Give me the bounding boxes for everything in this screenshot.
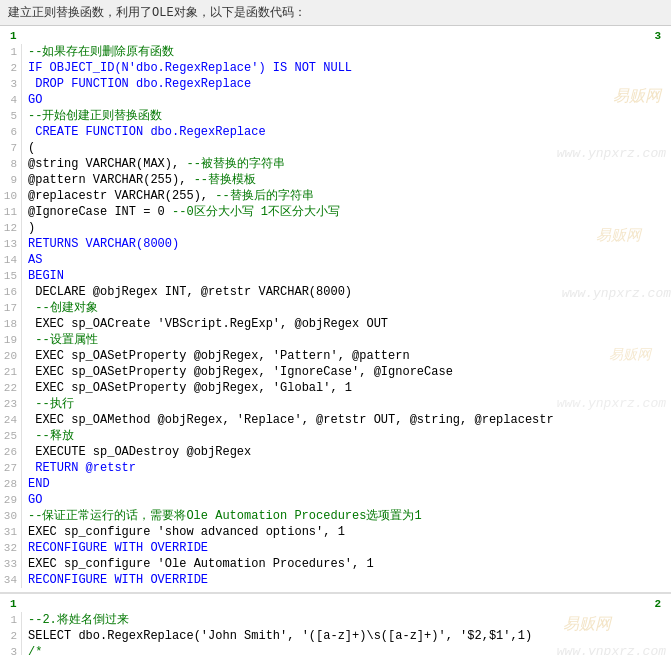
code-line: 20 EXEC sp_OASetProperty @objRegex, 'Pat… xyxy=(0,348,671,364)
line-content: END xyxy=(26,476,671,492)
line-number: 33 xyxy=(0,556,22,572)
line-content: EXEC sp_configure 'show advanced options… xyxy=(26,524,671,540)
line-content: --2.将姓名倒过来 xyxy=(26,612,671,628)
line-content: EXEC sp_OASetProperty @objRegex, 'Ignore… xyxy=(26,364,671,380)
line-content: --开始创建正则替换函数 xyxy=(26,108,671,124)
line-number: 7 xyxy=(0,140,22,156)
code-line: 17 --创建对象 xyxy=(0,300,671,316)
line-content: --如果存在则删除原有函数 xyxy=(26,44,671,60)
code-line: 27 RETURN @retstr xyxy=(0,460,671,476)
block2-number-right: 2 xyxy=(650,596,665,612)
code-line: 28END xyxy=(0,476,671,492)
code-line: 13RETURNS VARCHAR(8000) xyxy=(0,236,671,252)
line-content: /* xyxy=(26,644,671,655)
line-number: 25 xyxy=(0,428,22,444)
line-number: 1 xyxy=(0,44,22,60)
line-content: RETURN @retstr xyxy=(26,460,671,476)
line-content: SELECT dbo.RegexReplace('John Smith', '(… xyxy=(26,628,671,644)
code-line: 18 EXEC sp_OACreate 'VBScript.RegExp', @… xyxy=(0,316,671,332)
top-bar-text: 建立正则替换函数，利用了OLE对象，以下是函数代码： xyxy=(8,6,306,20)
code-line: 14AS xyxy=(0,252,671,268)
code-line: 15BEGIN xyxy=(0,268,671,284)
code-block-2: 1 2 1--2.将姓名倒过来2SELECT dbo.RegexReplace(… xyxy=(0,594,671,655)
code-container: 1 3 1--如果存在则删除原有函数2IF OBJECT_ID(N'dbo.Re… xyxy=(0,26,671,655)
line-number: 4 xyxy=(0,92,22,108)
line-number: 18 xyxy=(0,316,22,332)
line-content: RETURNS VARCHAR(8000) xyxy=(26,236,671,252)
code-line: 31EXEC sp_configure 'show advanced optio… xyxy=(0,524,671,540)
code-line: 32RECONFIGURE WITH OVERRIDE xyxy=(0,540,671,556)
line-number: 3 xyxy=(0,76,22,92)
block1-number-right: 3 xyxy=(650,28,665,44)
line-number: 29 xyxy=(0,492,22,508)
block1-lines: 1--如果存在则删除原有函数2IF OBJECT_ID(N'dbo.RegexR… xyxy=(0,44,671,588)
code-line: 7( xyxy=(0,140,671,156)
line-content: RECONFIGURE WITH OVERRIDE xyxy=(26,572,671,588)
line-number: 16 xyxy=(0,284,22,300)
code-line: 25 --释放 xyxy=(0,428,671,444)
line-number: 2 xyxy=(0,60,22,76)
line-number: 12 xyxy=(0,220,22,236)
line-content: EXEC sp_OASetProperty @objRegex, 'Patter… xyxy=(26,348,671,364)
code-line: 23 --执行 xyxy=(0,396,671,412)
line-content: @pattern VARCHAR(255), --替换模板 xyxy=(26,172,671,188)
code-line: 2IF OBJECT_ID(N'dbo.RegexReplace') IS NO… xyxy=(0,60,671,76)
code-line: 4GO xyxy=(0,92,671,108)
code-line: 1--2.将姓名倒过来 xyxy=(0,612,671,628)
code-line: 12) xyxy=(0,220,671,236)
line-content: @string VARCHAR(MAX), --被替换的字符串 xyxy=(26,156,671,172)
line-content: --创建对象 xyxy=(26,300,671,316)
code-line: 6 CREATE FUNCTION dbo.RegexReplace xyxy=(0,124,671,140)
code-line: 10@replacestr VARCHAR(255), --替换后的字符串 xyxy=(0,188,671,204)
code-line: 24 EXEC sp_OAMethod @objRegex, 'Replace'… xyxy=(0,412,671,428)
line-content: RECONFIGURE WITH OVERRIDE xyxy=(26,540,671,556)
line-content: BEGIN xyxy=(26,268,671,284)
line-content: @IgnoreCase INT = 0 --0区分大小写 1不区分大小写 xyxy=(26,204,671,220)
code-line: 3 DROP FUNCTION dbo.RegexReplace xyxy=(0,76,671,92)
line-number: 17 xyxy=(0,300,22,316)
block2-number-left: 1 xyxy=(6,596,21,612)
code-line: 19 --设置属性 xyxy=(0,332,671,348)
line-number: 11 xyxy=(0,204,22,220)
line-number: 26 xyxy=(0,444,22,460)
line-content: DROP FUNCTION dbo.RegexReplace xyxy=(26,76,671,92)
line-content: EXEC sp_configure 'Ole Automation Proced… xyxy=(26,556,671,572)
line-content: --保证正常运行的话，需要将Ole Automation Procedures选… xyxy=(26,508,671,524)
line-number: 30 xyxy=(0,508,22,524)
line-content: CREATE FUNCTION dbo.RegexReplace xyxy=(26,124,671,140)
line-number: 27 xyxy=(0,460,22,476)
code-line: 11@IgnoreCase INT = 0 --0区分大小写 1不区分大小写 xyxy=(0,204,671,220)
line-number: 22 xyxy=(0,380,22,396)
code-line: 30--保证正常运行的话，需要将Ole Automation Procedure… xyxy=(0,508,671,524)
line-number: 14 xyxy=(0,252,22,268)
line-number: 9 xyxy=(0,172,22,188)
line-number: 3 xyxy=(0,644,22,655)
code-line: 26 EXECUTE sp_OADestroy @objRegex xyxy=(0,444,671,460)
line-content: DECLARE @objRegex INT, @retstr VARCHAR(8… xyxy=(26,284,671,300)
code-line: 34RECONFIGURE WITH OVERRIDE xyxy=(0,572,671,588)
block1-number-left: 1 xyxy=(6,28,21,44)
line-content: GO xyxy=(26,92,671,108)
code-line: 8@string VARCHAR(MAX), --被替换的字符串 xyxy=(0,156,671,172)
code-line: 22 EXEC sp_OASetProperty @objRegex, 'Glo… xyxy=(0,380,671,396)
line-content: @replacestr VARCHAR(255), --替换后的字符串 xyxy=(26,188,671,204)
line-number: 13 xyxy=(0,236,22,252)
line-number: 2 xyxy=(0,628,22,644)
line-number: 31 xyxy=(0,524,22,540)
line-content: ) xyxy=(26,220,671,236)
line-content: --设置属性 xyxy=(26,332,671,348)
line-content: EXEC sp_OASetProperty @objRegex, 'Global… xyxy=(26,380,671,396)
line-content: EXEC sp_OACreate 'VBScript.RegExp', @obj… xyxy=(26,316,671,332)
line-number: 1 xyxy=(0,612,22,628)
code-line: 29GO xyxy=(0,492,671,508)
line-number: 21 xyxy=(0,364,22,380)
line-number: 15 xyxy=(0,268,22,284)
top-bar: 建立正则替换函数，利用了OLE对象，以下是函数代码： xyxy=(0,0,671,26)
line-content: --执行 xyxy=(26,396,671,412)
line-number: 6 xyxy=(0,124,22,140)
code-line: 5--开始创建正则替换函数 xyxy=(0,108,671,124)
line-number: 19 xyxy=(0,332,22,348)
code-line: 16 DECLARE @objRegex INT, @retstr VARCHA… xyxy=(0,284,671,300)
line-number: 28 xyxy=(0,476,22,492)
line-content: AS xyxy=(26,252,671,268)
